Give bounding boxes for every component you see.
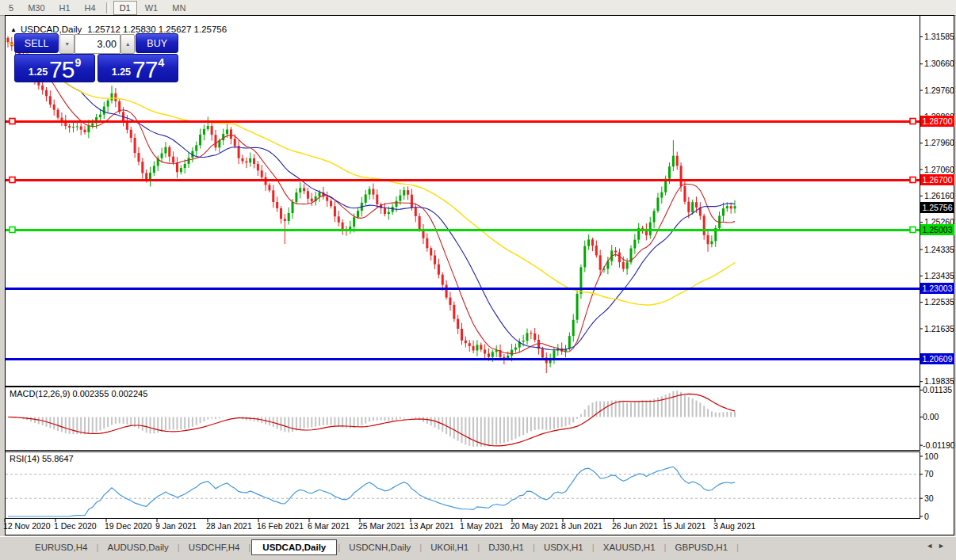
macd-axis-tick: -0.01190	[923, 440, 955, 450]
tab-separator: |	[592, 543, 595, 552]
price-axis-tick: 1.21635	[924, 324, 954, 333]
rsi-axis-tick: 0	[924, 512, 929, 521]
date-axis-tick: 19 Dec 2020	[105, 521, 152, 531]
date-axis-tick: 20 May 2021	[511, 521, 559, 531]
price-axis-tick: 1.24335	[924, 245, 954, 254]
chart-tab-usdx[interactable]: USDX,H1	[536, 540, 591, 554]
chart-tab-gbpusd[interactable]: GBPUSD,H1	[667, 540, 736, 554]
trading-platform-window: 5M30H1H4D1W1MN ▲USDCAD,Daily1.25712 1.25…	[0, 0, 956, 560]
date-axis-tick: 16 Feb 2021	[257, 521, 304, 531]
chart-tab-dj30[interactable]: DJ30,H1	[480, 540, 532, 554]
price-axis-tick: 1.27960	[924, 138, 954, 147]
collapse-triangle-icon[interactable]: ▲	[10, 26, 17, 33]
date-axis-tick: 15 Jul 2021	[663, 521, 706, 531]
tab-separator: |	[477, 543, 480, 552]
chart-tab-eurusd[interactable]: EURUSD,H4	[27, 540, 95, 554]
date-axis-tick: 25 Mar 2021	[358, 521, 405, 531]
date-axis-tick: 3 Aug 2021	[713, 521, 755, 531]
price-axis-tick: 1.27060	[924, 165, 954, 174]
scroll-left-icon[interactable]: ◄	[926, 542, 938, 550]
date-axis-tick: 12 Nov 2020	[3, 521, 51, 531]
tab-separator: |	[533, 543, 535, 552]
price-level-tag[interactable]: 1.23003	[920, 283, 954, 294]
date-axis-tick: 8 Jun 2021	[561, 521, 602, 531]
price-axis-tick: 1.22535	[924, 297, 954, 307]
volume-increase-button[interactable]: ▲	[120, 34, 136, 54]
rsi-indicator-label: RSI(14) 55.8647	[10, 454, 74, 463]
price-axis-tick: 1.23435	[924, 271, 954, 280]
symbol-tab-bar: EURUSD,H4|AUDUSD,Daily|USDCHF,H4|USDCAD,…	[0, 536, 956, 557]
sell-button[interactable]: SELL	[14, 33, 59, 53]
rsi-axis-tick: 70	[924, 469, 934, 478]
buy-button[interactable]: BUY	[136, 33, 178, 53]
tab-separator: |	[664, 543, 667, 552]
tab-separator: |	[96, 543, 98, 552]
chart-tab-usdchf[interactable]: USDCHF,H4	[181, 540, 248, 554]
buy-price-display[interactable]: 1.25774	[98, 54, 178, 82]
price-axis-tick: 1.26160	[924, 191, 954, 200]
price-axis-tick: 1.29760	[924, 86, 954, 95]
one-click-trading-panel: SELL ▼ ▲ BUY 1.25759 1.25774	[14, 33, 178, 83]
price-level-tag[interactable]: 1.28700	[920, 116, 954, 127]
macd-axis-tick: 0.01135	[923, 385, 952, 394]
price-level-tag[interactable]: 1.25756	[920, 202, 954, 213]
sell-price-display[interactable]: 1.25759	[14, 54, 95, 82]
chart-tab-audusd[interactable]: AUDUSD,Daily	[99, 540, 176, 554]
chart-canvas[interactable]	[0, 0, 956, 560]
price-axis-tick: 1.31585	[924, 32, 954, 41]
tab-separator: |	[178, 543, 180, 552]
date-axis-tick: 1 May 2021	[460, 521, 503, 531]
chart-tab-xauusd[interactable]: XAUUSD,H1	[595, 540, 663, 554]
macd-indicator-label: MACD(12,26,9) 0.002355 0.002245	[10, 389, 147, 398]
date-axis-tick: 9 Jan 2021	[155, 521, 197, 531]
buy-price-main: 77	[132, 59, 157, 80]
buy-price-prefix: 1.25	[112, 67, 131, 78]
date-axis-tick: 26 Jun 2021	[612, 521, 658, 531]
spin-down-icon: ▼	[64, 41, 70, 47]
rsi-axis-tick: 100	[924, 451, 939, 461]
date-axis-tick: 6 Mar 2021	[308, 521, 350, 531]
rsi-axis-tick: 30	[924, 493, 934, 503]
volume-decrease-button[interactable]: ▼	[59, 34, 75, 54]
sell-price-main: 75	[49, 59, 74, 80]
macd-axis-tick: 0.00	[923, 412, 939, 421]
price-level-tag[interactable]: 1.20609	[920, 353, 954, 364]
tab-separator: |	[419, 543, 422, 552]
date-axis-tick: 28 Jan 2021	[206, 521, 252, 531]
volume-input[interactable]	[75, 34, 120, 54]
tab-scroll-nav: ◄►	[926, 542, 950, 550]
buy-price-pip: 4	[158, 56, 164, 69]
chart-tab-usdcnh[interactable]: USDCNH,Daily	[341, 540, 419, 554]
date-axis-tick: 1 Dec 2020	[54, 521, 97, 531]
tab-separator: |	[338, 543, 340, 552]
tab-separator: |	[248, 543, 250, 552]
tab-separator: |	[736, 543, 739, 552]
date-axis-tick: 13 Apr 2021	[409, 521, 454, 531]
scroll-right-icon[interactable]: ►	[938, 542, 950, 550]
price-axis-tick: 1.30660	[924, 59, 954, 68]
sell-price-prefix: 1.25	[29, 67, 48, 78]
sell-price-pip: 9	[75, 56, 81, 69]
price-level-tag[interactable]: 1.25003	[920, 224, 954, 235]
chart-tab-usdcad[interactable]: USDCAD,Daily	[251, 539, 337, 555]
spin-up-icon: ▲	[125, 41, 131, 47]
price-level-tag[interactable]: 1.26700	[920, 174, 954, 185]
chart-tab-ukoil[interactable]: UKOil,H1	[423, 540, 476, 554]
